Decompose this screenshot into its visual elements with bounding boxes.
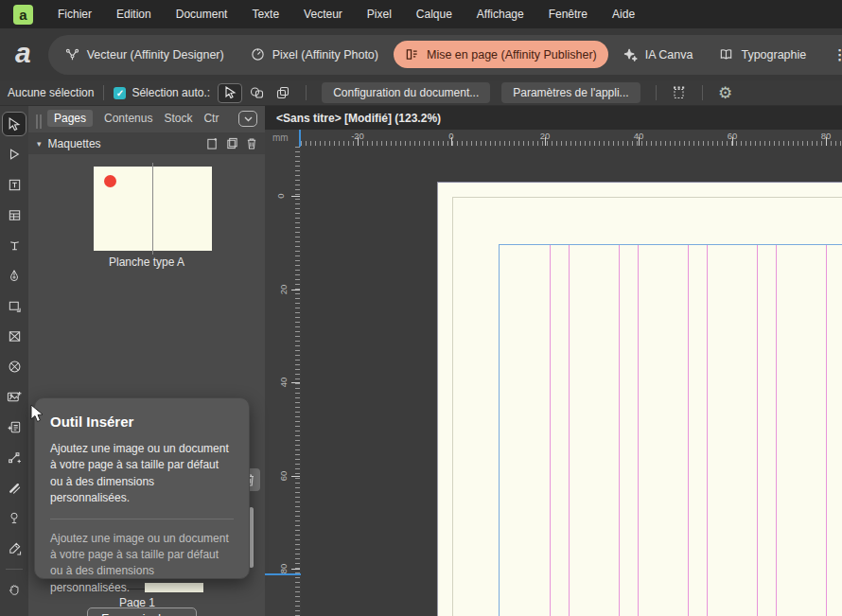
divider (6, 569, 23, 570)
collapse-chevron-icon[interactable]: ▾ (37, 139, 42, 149)
master-spread-thumbnail[interactable] (94, 167, 212, 251)
add-master-icon[interactable] (206, 137, 219, 150)
menu-vecteur[interactable]: Vecteur (304, 8, 342, 21)
red-dot-marker (104, 175, 116, 187)
ruler-major-tick (291, 196, 300, 197)
menu-fichier[interactable]: Fichier (58, 8, 92, 21)
style-picker-tool[interactable] (2, 505, 26, 530)
cursor-x-marker (299, 130, 301, 147)
ruler-major-tick (291, 290, 300, 290)
menu-aide[interactable]: Aide (612, 8, 635, 21)
vector-brush-tool[interactable] (2, 475, 26, 500)
tab-pages[interactable]: Pages (47, 110, 93, 127)
menu-texte[interactable]: Texte (252, 8, 279, 21)
menu-pixel[interactable]: Pixel (367, 8, 392, 21)
vertical-ruler[interactable]: 0 20 40 60 80 (265, 147, 301, 616)
frame-text-tool[interactable] (2, 172, 26, 197)
picture-frame-ellipse-tool[interactable] (2, 354, 26, 378)
persona-publisher-button[interactable]: Mise en page (Affinity Publisher) (394, 41, 608, 68)
menu-calque[interactable]: Calque (416, 8, 452, 21)
horizontal-ruler[interactable]: mm -20 0 20 40 60 80 (265, 130, 842, 147)
app-settings-button[interactable]: Paramètres de l'appli... (501, 82, 640, 103)
persona-typography-button[interactable]: Typographie (708, 41, 817, 68)
persona-switcher: Vecteur (Affinity Designer) Pixel (Affin… (48, 35, 842, 75)
app-logo-icon[interactable]: a (13, 5, 33, 25)
document-tab-bar: <Sans titre> [Modifié] (123.2%) (265, 106, 842, 130)
overlapping-shapes-icon (250, 86, 264, 99)
persona-toolbar: a Vecteur (Affinity Designer) Pixel (Aff… (0, 28, 842, 80)
tooltip-body-repeat: Ajoutez une image ou un document à votre… (50, 531, 234, 597)
document-setup-button[interactable]: Configuration du document... (322, 82, 490, 103)
table-tool[interactable] (2, 202, 26, 227)
pixel-circle-icon (251, 47, 265, 62)
select-cursor-button[interactable] (218, 83, 242, 103)
tab-ctr[interactable]: Ctr (203, 112, 219, 125)
masters-section-title: Maquettes (48, 137, 101, 150)
persona-pixel-button[interactable]: Pixel (Affinity Photo) (239, 41, 390, 68)
ruler-unit-label: mm (272, 132, 289, 143)
tooltip-title: Outil Insérer (50, 414, 234, 430)
learn-more-button[interactable]: En savoir plus... (87, 607, 196, 616)
divider (103, 85, 104, 100)
persona-typography-label: Typographie (741, 48, 806, 62)
affinity-publisher-window: a Fichier Edition Document Texte Vecteur… (0, 0, 842, 616)
ruler-tick-label: 20 (278, 285, 289, 295)
add-node-tool[interactable] (2, 445, 26, 469)
open-book-icon (719, 47, 733, 62)
node-tool[interactable] (2, 142, 26, 167)
pen-tool[interactable] (2, 263, 26, 288)
select-object-button[interactable] (244, 83, 269, 103)
preferences-gear-button[interactable]: ⚙ (713, 83, 738, 103)
document-page[interactable] (437, 182, 842, 616)
column-guide (688, 245, 689, 616)
delete-master-icon[interactable] (246, 137, 257, 150)
tab-stock[interactable]: Stock (164, 112, 192, 125)
column-guide (619, 245, 620, 616)
ruler-minor-ticks (295, 147, 300, 616)
add-pages-tool[interactable] (2, 414, 26, 439)
tab-contenus[interactable]: Contenus (104, 112, 152, 125)
duplicate-master-icon[interactable] (226, 137, 238, 150)
snapping-button[interactable] (667, 83, 692, 103)
menu-affichage[interactable]: Affichage (477, 8, 524, 21)
trim-line (452, 197, 842, 616)
ruler-major-tick (826, 137, 827, 146)
hand-tool[interactable] (2, 577, 26, 602)
picture-frame-rectangle-tool[interactable] (2, 324, 26, 348)
page-layout-icon (405, 47, 419, 62)
master-label[interactable]: Planche type A (28, 255, 265, 269)
persona-pixel-label: Pixel (Affinity Photo) (272, 48, 378, 62)
column-guide (550, 245, 551, 616)
artistic-text-tool[interactable] (2, 233, 26, 257)
gear-icon: ⚙ (718, 85, 732, 101)
ruler-minor-ticks (301, 141, 842, 146)
pasteboard[interactable] (301, 147, 842, 616)
ruler-tick-label: 80 (278, 564, 289, 574)
divider (656, 85, 657, 100)
ruler-major-tick (639, 137, 640, 146)
auto-select-label: Sélection auto.: (132, 86, 210, 99)
persona-vector-button[interactable]: Vecteur (Affinity Designer) (54, 41, 236, 68)
chevron-down-icon (244, 116, 253, 122)
select-copy-button[interactable] (271, 83, 295, 103)
margin-guide-left (499, 244, 500, 616)
color-picker-tool[interactable] (2, 536, 26, 560)
rectangle-tool[interactable] (2, 293, 26, 318)
move-tool[interactable] (2, 112, 26, 136)
menu-edition[interactable]: Edition (116, 8, 151, 21)
column-guide (757, 245, 758, 616)
masters-section-actions (206, 137, 265, 150)
menubar: a Fichier Edition Document Texte Vecteur… (0, 0, 842, 28)
panel-menu-button[interactable] (238, 111, 257, 127)
menu-document[interactable]: Document (176, 8, 228, 21)
document-title[interactable]: <Sans titre> [Modifié] (123.2%) (276, 112, 441, 125)
more-options-icon[interactable]: ⋮ (833, 46, 842, 63)
menu-fenetre[interactable]: Fenêtre (549, 8, 588, 21)
masters-section-header[interactable]: ▾ Maquettes (28, 132, 265, 154)
place-image-tool[interactable] (2, 384, 26, 409)
persona-canva-ai-button[interactable]: IA Canva (612, 41, 705, 68)
auto-select-checkbox[interactable]: ✓ (114, 87, 126, 99)
cursor-icon (224, 86, 237, 99)
panel-tabs: Pages Contenus Stock Ctr (47, 110, 219, 127)
panel-drag-handle[interactable] (36, 114, 38, 129)
